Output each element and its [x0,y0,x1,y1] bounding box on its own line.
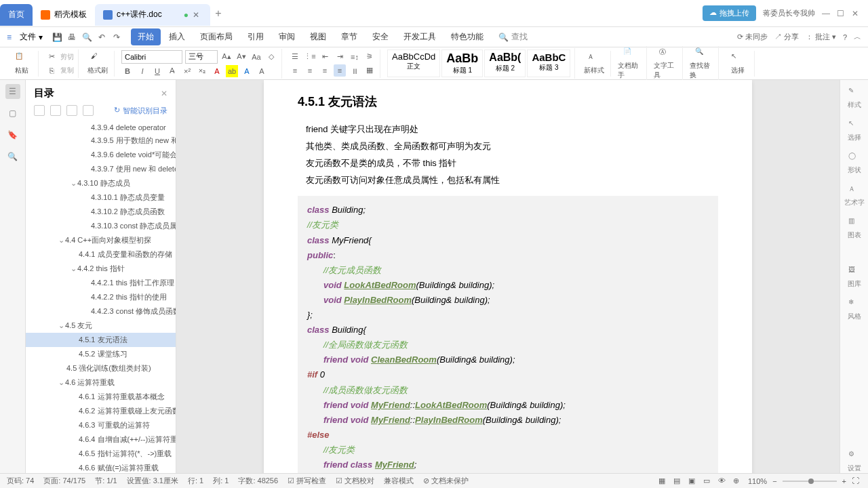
tab-template[interactable]: 稻壳模板 [33,4,95,26]
style-h1[interactable]: AaBb标题 1 [441,49,483,77]
smart-recognize[interactable]: ↻智能识别目录 [114,106,167,116]
clear-format-icon[interactable]: ◇ [265,51,277,63]
app-menu-icon[interactable]: ≡ [7,33,12,42]
annotate-button[interactable]: ： 批注 ▾ [806,32,836,42]
chevron-down-icon[interactable]: ⌄ [71,264,77,273]
style-h2[interactable]: AaBb(标题 2 [484,49,526,77]
cloud-upload-button[interactable]: ☁拖拽上传 [703,5,756,21]
super-button[interactable]: ×² [181,65,193,77]
rr-theme[interactable]: ❄风格 [848,298,861,321]
grow-font-icon[interactable]: A▴ [220,51,233,63]
outline-close-icon[interactable]: ✕ [161,89,167,98]
tab-close-icon[interactable]: ✕ [193,10,202,20]
menu-tab-insert[interactable]: 插入 [162,28,192,45]
linespace-icon[interactable]: ≡↕ [349,51,361,63]
chevron-down-icon[interactable]: ⌄ [58,378,65,387]
outline-item[interactable]: 4.3.9.5 用于数组的 new 和 d… [26,134,176,148]
menu-tab-start[interactable]: 开始 [131,28,161,45]
outline-item[interactable]: 4.6.6 赋值(=)运算符重载 [26,461,176,473]
font-color-button[interactable]: A [211,65,223,77]
outline-item[interactable]: 4.3.10.3 const 静态成员属性 [26,219,176,233]
rr-chart[interactable]: ▥图表 [848,217,861,240]
view-read-icon[interactable]: ▣ [688,476,698,486]
format-painter-button[interactable]: 🖌格式刷 [85,52,110,75]
outline-item[interactable]: 4.5 强化训练(数组类封装) [26,361,176,375]
align-right-icon[interactable]: ≡ [319,64,331,77]
chevron-down-icon[interactable]: ⌄ [58,321,65,330]
distribute-icon[interactable]: ⫼ [349,64,361,77]
indent-icon[interactable]: ⇥ [334,51,346,63]
sub-button[interactable]: ×₂ [196,65,208,77]
align-center-icon[interactable]: ≡ [304,64,316,77]
outline-item[interactable]: ⌄4.5 友元 [26,319,176,333]
tab-add-button[interactable]: + [210,7,226,20]
tab-doc[interactable]: c++课件.doc●✕ [95,4,210,26]
paste-button[interactable]: 📋粘贴 [9,52,34,75]
rr-gallery[interactable]: 🖼图库 [848,266,861,289]
status-page[interactable]: 页面: 74/175 [43,476,85,486]
style-normal[interactable]: AaBbCcDd正文 [387,49,440,77]
comment-rail-icon[interactable]: 🔖 [5,127,20,142]
status-spell[interactable]: ☑ 拼写检查 [288,476,326,486]
menu-tab-security[interactable]: 安全 [366,28,395,45]
new-style-button[interactable]: Ａ新样式 [582,52,606,75]
fullscreen-icon[interactable]: ⛶ [852,476,861,486]
align-justify-icon[interactable]: ≡ [334,64,346,77]
char-border-button[interactable]: A [256,65,268,77]
outline-btn-4[interactable] [83,105,94,116]
redo-icon[interactable]: ↷ [111,31,123,43]
outline-item[interactable]: ⌄4.4 C++面向对象模型初探 [26,233,176,247]
close-icon[interactable]: ✕ [852,9,861,18]
zoom-value[interactable]: 110% [748,477,767,485]
status-words[interactable]: 字数: 48256 [238,476,278,486]
status-pagenum[interactable]: 页码: 74 [7,476,34,486]
outline-rail-icon[interactable]: ☰ [5,84,20,99]
select-button[interactable]: ↖选择 [726,52,750,75]
print-icon[interactable]: 🖶 [66,31,78,43]
view-globe-icon[interactable]: ⊕ [733,476,743,486]
outline-item[interactable]: 4.6.2 运算符重载碰上友元函数 [26,404,176,418]
zoom-out-icon[interactable]: − [772,477,776,485]
tab-home[interactable]: 首页 [0,4,33,26]
italic-button[interactable]: I [136,65,149,77]
outline-item[interactable]: 4.3.10.2 静态成员函数 [26,205,176,219]
outline-item[interactable]: 4.4.2.1 this 指针工作原理 [26,276,176,290]
case-icon[interactable]: Aa [250,51,262,63]
save-icon[interactable]: 💾 [51,31,63,43]
chevron-down-icon[interactable]: ⌄ [58,236,65,245]
outline-item[interactable]: 4.4.2.2 this 指针的使用 [26,290,176,304]
rr-shape[interactable]: ◯形状 [848,152,861,175]
view-outline-icon[interactable]: ▤ [673,476,683,486]
outline-item[interactable]: ⌄4.6 运算符重载 [26,375,176,390]
font-color2-button[interactable]: A [241,65,253,77]
undo-icon[interactable]: ↶ [96,31,108,43]
underline-button[interactable]: U [151,65,163,77]
sort-icon[interactable]: ⚞ [363,51,376,63]
copy-button[interactable]: ⎘ [45,64,58,77]
rr-select[interactable]: ↖选择 [848,119,861,142]
rr-wordart[interactable]: Ａ艺术字 [844,184,865,207]
zoom-slider[interactable] [783,481,837,482]
outline-item[interactable]: 4.6.5 指针运算符(*、->)重载 [26,447,176,461]
highlight-button[interactable]: ab [226,65,238,77]
para-bg-icon[interactable]: ▦ [363,64,376,77]
outline-item[interactable]: ⌄4.3.10 静态成员 [26,176,176,190]
bold-button[interactable]: B [121,65,134,77]
outline-item[interactable]: 4.5.2 课堂练习 [26,347,176,361]
outline-btn-1[interactable] [34,105,45,116]
outline-btn-2[interactable] [50,105,61,116]
rr-style[interactable]: ✎样式 [848,87,861,110]
user-label[interactable]: 蒋委员长夸我帅 [763,8,815,18]
rr-settings[interactable]: ⚙设置 [848,450,861,473]
bullets-icon[interactable]: ☰ [289,51,301,63]
bookmark-rail-icon[interactable]: ▢ [5,106,20,121]
status-proof[interactable]: ☑ 文档校对 [336,476,374,486]
zoom-in-icon[interactable]: + [842,477,846,485]
style-h3[interactable]: AaBbC标题 3 [527,49,570,77]
outline-item[interactable]: 4.6.1 运算符重载基本概念 [26,390,176,404]
menu-tab-layout[interactable]: 页面布局 [193,28,239,45]
menu-tab-dev[interactable]: 开发工具 [397,28,443,45]
menu-tab-chapter[interactable]: 章节 [334,28,364,45]
outline-item[interactable]: 4.4.1 成员变量和函数的存储 [26,247,176,262]
menu-tab-ref[interactable]: 引用 [241,28,271,45]
